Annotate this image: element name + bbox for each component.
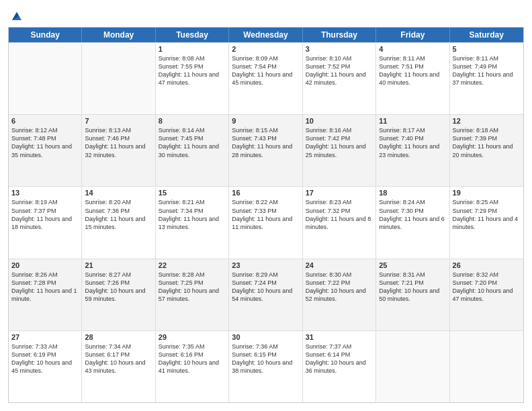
calendar-cell-3-5: 25Sunrise: 8:31 AM Sunset: 7:21 PM Dayli… [376, 259, 449, 330]
day-number: 27 [11, 333, 79, 341]
calendar-cell-0-6: 5Sunrise: 8:11 AM Sunset: 7:49 PM Daylig… [450, 43, 523, 114]
calendar-cell-3-0: 20Sunrise: 8:26 AM Sunset: 7:28 PM Dayli… [9, 259, 82, 330]
day-number: 5 [453, 45, 521, 53]
day-number: 25 [379, 261, 446, 269]
calendar-cell-4-2: 29Sunrise: 7:35 AM Sunset: 6:16 PM Dayli… [156, 331, 229, 402]
calendar-cell-1-3: 9Sunrise: 8:15 AM Sunset: 7:43 PM Daylig… [229, 115, 302, 186]
calendar-row-3: 20Sunrise: 8:26 AM Sunset: 7:28 PM Dayli… [9, 259, 523, 330]
calendar-cell-2-3: 16Sunrise: 8:22 AM Sunset: 7:33 PM Dayli… [229, 187, 302, 258]
day-info: Sunrise: 8:15 AM Sunset: 7:43 PM Dayligh… [232, 126, 299, 159]
day-info: Sunrise: 8:26 AM Sunset: 7:28 PM Dayligh… [11, 271, 79, 304]
calendar-header: SundayMondayTuesdayWednesdayThursdayFrid… [9, 28, 523, 42]
day-number: 28 [85, 333, 152, 341]
calendar-cell-4-4: 31Sunrise: 7:37 AM Sunset: 6:14 PM Dayli… [303, 331, 376, 402]
day-info: Sunrise: 7:33 AM Sunset: 6:19 PM Dayligh… [11, 342, 79, 375]
calendar-cell-1-4: 10Sunrise: 8:16 AM Sunset: 7:42 PM Dayli… [303, 115, 376, 186]
weekday-header-saturday: Saturday [450, 28, 523, 42]
calendar-cell-3-3: 23Sunrise: 8:29 AM Sunset: 7:24 PM Dayli… [229, 259, 302, 330]
day-info: Sunrise: 8:27 AM Sunset: 7:26 PM Dayligh… [85, 271, 152, 304]
day-number: 29 [159, 333, 226, 341]
calendar-row-2: 13Sunrise: 8:19 AM Sunset: 7:37 PM Dayli… [9, 186, 523, 258]
day-info: Sunrise: 8:24 AM Sunset: 7:30 PM Dayligh… [379, 198, 446, 231]
day-info: Sunrise: 8:22 AM Sunset: 7:33 PM Dayligh… [232, 198, 299, 231]
calendar-cell-3-6: 26Sunrise: 8:32 AM Sunset: 7:20 PM Dayli… [450, 259, 523, 330]
day-info: Sunrise: 7:34 AM Sunset: 6:17 PM Dayligh… [85, 342, 152, 375]
calendar-cell-2-0: 13Sunrise: 8:19 AM Sunset: 7:37 PM Dayli… [9, 187, 82, 258]
day-number: 30 [232, 333, 299, 341]
day-number: 3 [306, 45, 373, 53]
calendar-cell-2-6: 19Sunrise: 8:25 AM Sunset: 7:29 PM Dayli… [450, 187, 523, 258]
day-info: Sunrise: 8:21 AM Sunset: 7:34 PM Dayligh… [159, 198, 226, 231]
calendar-cell-0-5: 4Sunrise: 8:11 AM Sunset: 7:51 PM Daylig… [376, 43, 449, 114]
day-number: 12 [453, 117, 521, 125]
weekday-header-sunday: Sunday [9, 28, 82, 42]
weekday-header-monday: Monday [82, 28, 155, 42]
calendar-cell-4-6 [450, 331, 523, 402]
calendar-cell-1-5: 11Sunrise: 8:17 AM Sunset: 7:40 PM Dayli… [376, 115, 449, 186]
calendar-cell-0-1 [82, 43, 155, 114]
calendar-cell-2-1: 14Sunrise: 8:20 AM Sunset: 7:36 PM Dayli… [82, 187, 155, 258]
calendar-cell-2-2: 15Sunrise: 8:21 AM Sunset: 7:34 PM Dayli… [156, 187, 229, 258]
day-info: Sunrise: 8:30 AM Sunset: 7:22 PM Dayligh… [306, 271, 373, 304]
day-info: Sunrise: 8:18 AM Sunset: 7:39 PM Dayligh… [453, 126, 521, 159]
day-number: 24 [306, 261, 373, 269]
day-number: 7 [85, 117, 152, 125]
day-info: Sunrise: 8:28 AM Sunset: 7:25 PM Dayligh… [159, 271, 226, 304]
weekday-header-wednesday: Wednesday [229, 28, 302, 42]
calendar-cell-4-5 [376, 331, 449, 402]
day-info: Sunrise: 7:36 AM Sunset: 6:15 PM Dayligh… [232, 342, 299, 375]
calendar-cell-3-2: 22Sunrise: 8:28 AM Sunset: 7:25 PM Dayli… [156, 259, 229, 330]
day-info: Sunrise: 8:16 AM Sunset: 7:42 PM Dayligh… [306, 126, 373, 159]
calendar-cell-4-0: 27Sunrise: 7:33 AM Sunset: 6:19 PM Dayli… [9, 331, 82, 402]
calendar-cell-4-3: 30Sunrise: 7:36 AM Sunset: 6:15 PM Dayli… [229, 331, 302, 402]
day-info: Sunrise: 8:23 AM Sunset: 7:32 PM Dayligh… [306, 198, 373, 231]
day-info: Sunrise: 8:12 AM Sunset: 7:48 PM Dayligh… [11, 126, 79, 159]
logo [8, 8, 24, 21]
calendar-row-1: 6Sunrise: 8:12 AM Sunset: 7:48 PM Daylig… [9, 114, 523, 186]
calendar-cell-2-4: 17Sunrise: 8:23 AM Sunset: 7:32 PM Dayli… [303, 187, 376, 258]
day-number: 14 [85, 189, 152, 197]
day-info: Sunrise: 7:35 AM Sunset: 6:16 PM Dayligh… [159, 342, 226, 375]
calendar-cell-0-3: 2Sunrise: 8:09 AM Sunset: 7:54 PM Daylig… [229, 43, 302, 114]
calendar-body: 1Sunrise: 8:08 AM Sunset: 7:55 PM Daylig… [9, 42, 523, 402]
day-info: Sunrise: 8:19 AM Sunset: 7:37 PM Dayligh… [11, 198, 79, 231]
day-info: Sunrise: 8:11 AM Sunset: 7:49 PM Dayligh… [453, 54, 521, 87]
day-info: Sunrise: 8:32 AM Sunset: 7:20 PM Dayligh… [453, 271, 521, 304]
day-number: 16 [232, 189, 299, 197]
day-info: Sunrise: 8:10 AM Sunset: 7:52 PM Dayligh… [306, 54, 373, 87]
day-number: 20 [11, 261, 79, 269]
day-number: 22 [159, 261, 226, 269]
day-number: 17 [306, 189, 373, 197]
calendar-cell-2-5: 18Sunrise: 8:24 AM Sunset: 7:30 PM Dayli… [376, 187, 449, 258]
day-number: 21 [85, 261, 152, 269]
day-info: Sunrise: 8:20 AM Sunset: 7:36 PM Dayligh… [85, 198, 152, 231]
calendar-row-4: 27Sunrise: 7:33 AM Sunset: 6:19 PM Dayli… [9, 330, 523, 402]
day-info: Sunrise: 8:25 AM Sunset: 7:29 PM Dayligh… [453, 198, 521, 231]
day-info: Sunrise: 8:31 AM Sunset: 7:21 PM Dayligh… [379, 271, 446, 304]
day-info: Sunrise: 8:17 AM Sunset: 7:40 PM Dayligh… [379, 126, 446, 159]
day-info: Sunrise: 8:08 AM Sunset: 7:55 PM Dayligh… [159, 54, 226, 87]
day-number: 19 [453, 189, 521, 197]
calendar: SundayMondayTuesdayWednesdayThursdayFrid… [8, 27, 524, 403]
day-info: Sunrise: 8:29 AM Sunset: 7:24 PM Dayligh… [232, 271, 299, 304]
calendar-cell-4-1: 28Sunrise: 7:34 AM Sunset: 6:17 PM Dayli… [82, 331, 155, 402]
calendar-cell-0-2: 1Sunrise: 8:08 AM Sunset: 7:55 PM Daylig… [156, 43, 229, 114]
day-info: Sunrise: 8:13 AM Sunset: 7:46 PM Dayligh… [85, 126, 152, 159]
calendar-cell-1-6: 12Sunrise: 8:18 AM Sunset: 7:39 PM Dayli… [450, 115, 523, 186]
day-number: 6 [11, 117, 79, 125]
calendar-cell-0-4: 3Sunrise: 8:10 AM Sunset: 7:52 PM Daylig… [303, 43, 376, 114]
day-number: 1 [159, 45, 226, 53]
day-number: 11 [379, 117, 446, 125]
day-number: 15 [159, 189, 226, 197]
calendar-cell-1-0: 6Sunrise: 8:12 AM Sunset: 7:48 PM Daylig… [9, 115, 82, 186]
weekday-header-thursday: Thursday [303, 28, 376, 42]
calendar-cell-3-4: 24Sunrise: 8:30 AM Sunset: 7:22 PM Dayli… [303, 259, 376, 330]
day-number: 31 [306, 333, 373, 341]
calendar-cell-0-0 [9, 43, 82, 114]
day-number: 13 [11, 189, 79, 197]
day-number: 9 [232, 117, 299, 125]
day-info: Sunrise: 8:11 AM Sunset: 7:51 PM Dayligh… [379, 54, 446, 87]
calendar-cell-3-1: 21Sunrise: 8:27 AM Sunset: 7:26 PM Dayli… [82, 259, 155, 330]
page: SundayMondayTuesdayWednesdayThursdayFrid… [0, 0, 532, 411]
calendar-cell-1-1: 7Sunrise: 8:13 AM Sunset: 7:46 PM Daylig… [82, 115, 155, 186]
